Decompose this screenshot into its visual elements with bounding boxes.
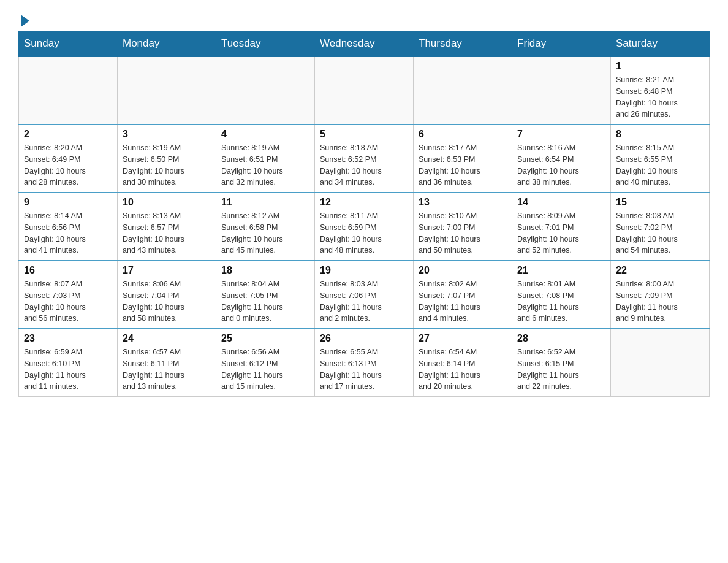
calendar-cell: 16Sunrise: 8:07 AM Sunset: 7:03 PM Dayli… — [19, 261, 118, 329]
day-number: 19 — [320, 265, 408, 276]
day-number: 14 — [517, 197, 605, 208]
calendar-cell: 7Sunrise: 8:16 AM Sunset: 6:54 PM Daylig… — [512, 124, 611, 193]
day-info: Sunrise: 8:19 AM Sunset: 6:51 PM Dayligh… — [221, 142, 309, 188]
day-info: Sunrise: 8:21 AM Sunset: 6:48 PM Dayligh… — [616, 74, 704, 120]
day-info: Sunrise: 8:13 AM Sunset: 6:57 PM Dayligh… — [123, 210, 211, 256]
calendar-cell — [611, 329, 710, 397]
calendar-week-row: 2Sunrise: 8:20 AM Sunset: 6:49 PM Daylig… — [19, 124, 710, 193]
day-info: Sunrise: 6:57 AM Sunset: 6:11 PM Dayligh… — [123, 347, 211, 393]
day-number: 26 — [320, 333, 408, 344]
day-number: 13 — [419, 197, 507, 208]
day-number: 16 — [24, 265, 112, 276]
day-info: Sunrise: 8:19 AM Sunset: 6:50 PM Dayligh… — [123, 142, 211, 188]
calendar-cell: 24Sunrise: 6:57 AM Sunset: 6:11 PM Dayli… — [118, 329, 216, 397]
day-number: 2 — [24, 129, 112, 140]
day-info: Sunrise: 8:16 AM Sunset: 6:54 PM Dayligh… — [517, 142, 605, 188]
calendar-cell — [315, 56, 414, 124]
day-info: Sunrise: 6:52 AM Sunset: 6:15 PM Dayligh… — [517, 347, 605, 393]
calendar-table: SundayMondayTuesdayWednesdayThursdayFrid… — [18, 31, 710, 397]
day-info: Sunrise: 8:08 AM Sunset: 7:02 PM Dayligh… — [616, 210, 704, 256]
calendar-cell: 5Sunrise: 8:18 AM Sunset: 6:52 PM Daylig… — [315, 124, 414, 193]
calendar-header-row: SundayMondayTuesdayWednesdayThursdayFrid… — [19, 31, 710, 57]
day-header-saturday: Saturday — [611, 31, 710, 57]
day-number: 3 — [123, 129, 211, 140]
day-number: 22 — [616, 265, 704, 276]
day-info: Sunrise: 8:20 AM Sunset: 6:49 PM Dayligh… — [24, 142, 112, 188]
day-header-wednesday: Wednesday — [315, 31, 414, 57]
calendar-cell: 10Sunrise: 8:13 AM Sunset: 6:57 PM Dayli… — [118, 193, 216, 261]
calendar-cell: 27Sunrise: 6:54 AM Sunset: 6:14 PM Dayli… — [414, 329, 512, 397]
day-number: 21 — [517, 265, 605, 276]
day-info: Sunrise: 8:04 AM Sunset: 7:05 PM Dayligh… — [221, 278, 309, 324]
day-info: Sunrise: 8:15 AM Sunset: 6:55 PM Dayligh… — [616, 142, 704, 188]
calendar-cell: 21Sunrise: 8:01 AM Sunset: 7:08 PM Dayli… — [512, 261, 611, 329]
calendar-cell: 9Sunrise: 8:14 AM Sunset: 6:56 PM Daylig… — [19, 193, 118, 261]
calendar-week-row: 1Sunrise: 8:21 AM Sunset: 6:48 PM Daylig… — [19, 56, 710, 124]
day-number: 6 — [419, 129, 507, 140]
calendar-week-row: 23Sunrise: 6:59 AM Sunset: 6:10 PM Dayli… — [19, 329, 710, 397]
day-info: Sunrise: 8:07 AM Sunset: 7:03 PM Dayligh… — [24, 278, 112, 324]
calendar-cell: 6Sunrise: 8:17 AM Sunset: 6:53 PM Daylig… — [414, 124, 512, 193]
calendar-cell — [414, 56, 512, 124]
day-info: Sunrise: 8:00 AM Sunset: 7:09 PM Dayligh… — [616, 278, 704, 324]
calendar-week-row: 9Sunrise: 8:14 AM Sunset: 6:56 PM Daylig… — [19, 193, 710, 261]
calendar-cell: 17Sunrise: 8:06 AM Sunset: 7:04 PM Dayli… — [118, 261, 216, 329]
calendar-cell: 2Sunrise: 8:20 AM Sunset: 6:49 PM Daylig… — [19, 124, 118, 193]
day-info: Sunrise: 8:14 AM Sunset: 6:56 PM Dayligh… — [24, 210, 112, 256]
day-header-thursday: Thursday — [414, 31, 512, 57]
day-number: 1 — [616, 61, 704, 72]
day-number: 28 — [517, 333, 605, 344]
calendar-cell: 22Sunrise: 8:00 AM Sunset: 7:09 PM Dayli… — [611, 261, 710, 329]
day-info: Sunrise: 6:55 AM Sunset: 6:13 PM Dayligh… — [320, 347, 408, 393]
calendar-cell: 4Sunrise: 8:19 AM Sunset: 6:51 PM Daylig… — [216, 124, 315, 193]
calendar-cell: 23Sunrise: 6:59 AM Sunset: 6:10 PM Dayli… — [19, 329, 118, 397]
day-info: Sunrise: 8:03 AM Sunset: 7:06 PM Dayligh… — [320, 278, 408, 324]
day-number: 5 — [320, 129, 408, 140]
day-header-friday: Friday — [512, 31, 611, 57]
calendar-cell: 8Sunrise: 8:15 AM Sunset: 6:55 PM Daylig… — [611, 124, 710, 193]
calendar-cell: 11Sunrise: 8:12 AM Sunset: 6:58 PM Dayli… — [216, 193, 315, 261]
calendar-cell: 25Sunrise: 6:56 AM Sunset: 6:12 PM Dayli… — [216, 329, 315, 397]
calendar-cell: 14Sunrise: 8:09 AM Sunset: 7:01 PM Dayli… — [512, 193, 611, 261]
day-number: 7 — [517, 129, 605, 140]
day-info: Sunrise: 8:09 AM Sunset: 7:01 PM Dayligh… — [517, 210, 605, 256]
day-info: Sunrise: 6:59 AM Sunset: 6:10 PM Dayligh… — [24, 347, 112, 393]
day-info: Sunrise: 8:02 AM Sunset: 7:07 PM Dayligh… — [419, 278, 507, 324]
day-info: Sunrise: 6:56 AM Sunset: 6:12 PM Dayligh… — [221, 347, 309, 393]
day-number: 12 — [320, 197, 408, 208]
calendar-cell: 18Sunrise: 8:04 AM Sunset: 7:05 PM Dayli… — [216, 261, 315, 329]
logo-arrow-icon — [21, 15, 29, 27]
logo — [18, 12, 29, 25]
calendar-cell: 3Sunrise: 8:19 AM Sunset: 6:50 PM Daylig… — [118, 124, 216, 193]
calendar-cell — [216, 56, 315, 124]
day-number: 24 — [123, 333, 211, 344]
day-info: Sunrise: 6:54 AM Sunset: 6:14 PM Dayligh… — [419, 347, 507, 393]
calendar-cell — [512, 56, 611, 124]
day-info: Sunrise: 8:01 AM Sunset: 7:08 PM Dayligh… — [517, 278, 605, 324]
day-info: Sunrise: 8:17 AM Sunset: 6:53 PM Dayligh… — [419, 142, 507, 188]
day-number: 20 — [419, 265, 507, 276]
day-number: 23 — [24, 333, 112, 344]
day-number: 17 — [123, 265, 211, 276]
day-info: Sunrise: 8:18 AM Sunset: 6:52 PM Dayligh… — [320, 142, 408, 188]
calendar-cell: 1Sunrise: 8:21 AM Sunset: 6:48 PM Daylig… — [611, 56, 710, 124]
day-header-tuesday: Tuesday — [216, 31, 315, 57]
day-info: Sunrise: 8:10 AM Sunset: 7:00 PM Dayligh… — [419, 210, 507, 256]
calendar-cell: 20Sunrise: 8:02 AM Sunset: 7:07 PM Dayli… — [414, 261, 512, 329]
day-number: 18 — [221, 265, 309, 276]
calendar-cell: 26Sunrise: 6:55 AM Sunset: 6:13 PM Dayli… — [315, 329, 414, 397]
calendar-cell — [19, 56, 118, 124]
calendar-cell: 28Sunrise: 6:52 AM Sunset: 6:15 PM Dayli… — [512, 329, 611, 397]
day-header-sunday: Sunday — [19, 31, 118, 57]
day-info: Sunrise: 8:06 AM Sunset: 7:04 PM Dayligh… — [123, 278, 211, 324]
day-number: 8 — [616, 129, 704, 140]
page-header — [18, 12, 710, 25]
day-header-monday: Monday — [118, 31, 216, 57]
calendar-cell — [118, 56, 216, 124]
day-number: 11 — [221, 197, 309, 208]
day-number: 10 — [123, 197, 211, 208]
calendar-cell: 13Sunrise: 8:10 AM Sunset: 7:00 PM Dayli… — [414, 193, 512, 261]
calendar-week-row: 16Sunrise: 8:07 AM Sunset: 7:03 PM Dayli… — [19, 261, 710, 329]
day-info: Sunrise: 8:12 AM Sunset: 6:58 PM Dayligh… — [221, 210, 309, 256]
day-number: 27 — [419, 333, 507, 344]
